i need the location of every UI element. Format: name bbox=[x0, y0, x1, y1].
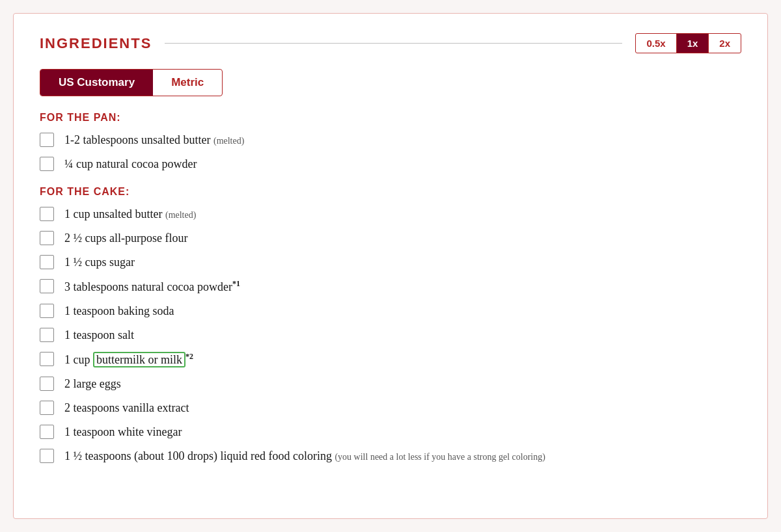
title-divider bbox=[165, 43, 622, 44]
multiplier-1x[interactable]: 1x bbox=[677, 34, 709, 53]
ingredient-checkbox[interactable] bbox=[40, 279, 54, 293]
list-item: 1 teaspoon baking soda bbox=[40, 302, 741, 320]
list-item: 1 ½ cups sugar bbox=[40, 254, 741, 271]
ingredients-title: INGREDIENTS bbox=[40, 35, 152, 52]
list-item: 1 teaspoon white vinegar bbox=[40, 423, 741, 441]
multiplier-group: 0.5x 1x 2x bbox=[635, 33, 741, 53]
list-item: ¼ cup natural cocoa powder bbox=[40, 155, 741, 173]
unit-metric[interactable]: Metric bbox=[153, 70, 222, 96]
unit-toggle: US Customary Metric bbox=[40, 69, 223, 96]
title-group: INGREDIENTS bbox=[40, 35, 635, 52]
ingredient-text: 1 teaspoon baking soda bbox=[64, 302, 741, 320]
ingredient-text: 2 ½ cups all-purpose flour bbox=[64, 230, 741, 247]
ingredient-text: 2 teaspoons vanilla extract bbox=[64, 399, 741, 417]
list-item: 2 ½ cups all-purpose flour bbox=[40, 230, 741, 247]
section-cake-label: FOR THE CAKE: bbox=[40, 186, 741, 198]
ingredient-checkbox[interactable] bbox=[40, 449, 54, 463]
list-item: 1 cup buttermilk or milk*2 bbox=[40, 351, 741, 369]
multiplier-0.5x[interactable]: 0.5x bbox=[636, 34, 676, 53]
ingredient-text: 1 cup unsalted butter (melted) bbox=[64, 206, 741, 223]
unit-us-customary[interactable]: US Customary bbox=[40, 70, 153, 96]
ingredient-checkbox[interactable] bbox=[40, 157, 54, 171]
ingredient-checkbox[interactable] bbox=[40, 377, 54, 391]
footnote-marker: *2 bbox=[185, 352, 193, 361]
ingredient-checkbox[interactable] bbox=[40, 328, 54, 342]
ingredient-checkbox[interactable] bbox=[40, 401, 54, 415]
list-item: 1 teaspoon salt bbox=[40, 326, 741, 344]
ingredient-text: 3 tablespoons natural cocoa powder*1 bbox=[64, 278, 741, 296]
ingredient-text: 2 large eggs bbox=[64, 375, 741, 393]
ingredient-text: 1 ½ teaspoons (about 100 drops) liquid r… bbox=[64, 447, 741, 465]
header-row: INGREDIENTS 0.5x 1x 2x bbox=[40, 33, 741, 53]
ingredient-checkbox[interactable] bbox=[40, 425, 54, 439]
section-pan-label: FOR THE PAN: bbox=[40, 112, 741, 124]
ingredient-checkbox[interactable] bbox=[40, 255, 54, 269]
ingredient-checkbox[interactable] bbox=[40, 133, 54, 147]
list-item: 2 teaspoons vanilla extract bbox=[40, 399, 741, 417]
pan-ingredient-list: 1-2 tablespoons unsalted butter (melted)… bbox=[40, 131, 741, 173]
ingredient-text: ¼ cup natural cocoa powder bbox=[64, 155, 741, 173]
ingredient-checkbox[interactable] bbox=[40, 304, 54, 318]
footnote-marker: *1 bbox=[232, 279, 240, 288]
recipe-card: INGREDIENTS 0.5x 1x 2x US Customary Metr… bbox=[13, 13, 768, 519]
list-item: 1 ½ teaspoons (about 100 drops) liquid r… bbox=[40, 447, 741, 465]
ingredient-text: 1-2 tablespoons unsalted butter (melted) bbox=[64, 131, 741, 149]
ingredient-text: 1 teaspoon white vinegar bbox=[64, 423, 741, 441]
ingredient-checkbox[interactable] bbox=[40, 207, 54, 221]
highlight-buttermilk: buttermilk or milk bbox=[93, 352, 185, 367]
ingredient-checkbox[interactable] bbox=[40, 352, 54, 366]
list-item: 1-2 tablespoons unsalted butter (melted) bbox=[40, 131, 741, 149]
ingredient-checkbox[interactable] bbox=[40, 231, 54, 245]
cake-ingredient-list: 1 cup unsalted butter (melted) 2 ½ cups … bbox=[40, 206, 741, 465]
ingredient-text: 1 ½ cups sugar bbox=[64, 254, 741, 271]
list-item: 3 tablespoons natural cocoa powder*1 bbox=[40, 278, 741, 296]
multiplier-2x[interactable]: 2x bbox=[709, 34, 741, 53]
list-item: 2 large eggs bbox=[40, 375, 741, 393]
ingredient-text: 1 cup buttermilk or milk*2 bbox=[64, 351, 741, 369]
ingredient-text: 1 teaspoon salt bbox=[64, 326, 741, 344]
list-item: 1 cup unsalted butter (melted) bbox=[40, 206, 741, 223]
